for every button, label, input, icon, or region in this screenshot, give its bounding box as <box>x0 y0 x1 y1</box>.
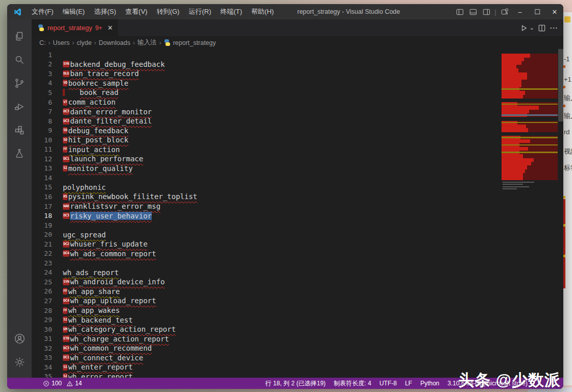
identifier[interactable]: launch_performace <box>70 155 143 163</box>
code-line[interactable]: 19 <box>32 220 497 230</box>
line-number[interactable]: 18 <box>32 212 52 219</box>
code-line[interactable]: 22DC4wh_ads_common_report <box>32 249 497 258</box>
line-number[interactable]: 21 <box>32 240 52 248</box>
account-icon[interactable] <box>7 327 32 350</box>
line-number[interactable]: 3 <box>32 70 52 78</box>
identifier[interactable]: wh_common_recommend <box>70 344 152 352</box>
run-and-debug-icon[interactable] <box>7 95 32 118</box>
identifier[interactable]: wh_backend_test <box>68 316 132 324</box>
code-line[interactable]: 25SYNwh_android_device_info <box>32 277 497 287</box>
identifier[interactable]: ugc_spread <box>63 231 106 239</box>
identifier[interactable]: debug_feedback <box>68 127 128 135</box>
code-line[interactable]: 8DC3dante_filter_detail <box>32 116 497 126</box>
code-line[interactable]: 35SIwh_error_report <box>32 372 497 378</box>
minimap[interactable] <box>502 50 558 190</box>
line-number[interactable]: 31 <box>32 335 52 342</box>
identifier[interactable]: pysink_newbook_filiter_toplist <box>68 192 197 201</box>
identifier[interactable]: dante_filter_detail <box>70 117 152 125</box>
scrollbar-thumb[interactable] <box>558 49 563 121</box>
code-line[interactable]: 3DLEban_trace_record <box>32 69 497 79</box>
code-line[interactable]: 29SIwh_backend_test <box>32 315 497 325</box>
menu-terminal[interactable]: 终端(T) <box>216 5 247 18</box>
menu-file[interactable]: 文件(F) <box>27 5 58 18</box>
identifier[interactable]: wh_android_device_info <box>70 278 164 286</box>
code-line[interactable]: 2SYNbackend_debug_feedback <box>32 60 497 69</box>
line-number[interactable]: 13 <box>32 164 52 172</box>
more-actions-icon[interactable]: ⋯ <box>550 23 558 33</box>
code-line[interactable]: 13SImonitor_quality <box>32 164 497 174</box>
identifier[interactable]: ranklistsvr_error_msg <box>70 202 160 210</box>
code-line[interactable]: 7DC3dante_error_monitor <box>32 107 497 116</box>
vertical-scrollbar[interactable] <box>558 49 563 378</box>
line-number[interactable]: 1 <box>32 51 52 59</box>
code-line[interactable]: 18DC3risky_user_behavior <box>32 211 497 220</box>
line-number[interactable]: 8 <box>32 117 52 125</box>
testing-icon[interactable] <box>7 142 32 165</box>
menu-edit[interactable]: 编辑(E) <box>58 5 89 18</box>
breadcrumb-item[interactable]: clyde <box>77 39 91 46</box>
identifier[interactable]: wh_enter_report <box>68 363 132 371</box>
code-line[interactable]: 34SIwh_enter_report <box>32 362 497 372</box>
identifier[interactable]: wh_charge_action_report <box>70 335 169 343</box>
identifier[interactable]: ban_trace_record <box>70 69 139 78</box>
line-number[interactable]: 5 <box>32 89 52 96</box>
code-line[interactable]: 30EMwh_category_action_report <box>32 325 497 334</box>
tab-report-strategy[interactable]: report_strategy 9+ ✕ <box>32 19 118 36</box>
code-line[interactable]: 23 <box>32 258 497 268</box>
code-line[interactable]: 6VTcomm_action <box>32 97 497 107</box>
line-number[interactable]: 20 <box>32 231 52 238</box>
identifier[interactable]: monitor_quality <box>68 164 132 173</box>
code-line[interactable]: 27DC4wh_app_upload_report <box>32 296 497 306</box>
line-number[interactable]: 28 <box>32 307 52 314</box>
identifier[interactable]: risky_user_behavior <box>70 212 152 220</box>
background-window-strip[interactable]: -1 +1 输入 输入 rd 视频 标签 <box>563 12 572 385</box>
code-line[interactable]: 16RSpysink_newbook_filiter_toplist <box>32 192 497 202</box>
line-number[interactable]: 9 <box>32 127 52 134</box>
code-line[interactable]: 17NAKranklistsvr_error_msg <box>32 202 497 211</box>
identifier[interactable]: wh_ads_common_report <box>70 250 156 258</box>
line-number[interactable]: 6 <box>32 99 52 106</box>
maximize-button[interactable]: ☐ <box>529 4 546 19</box>
breadcrumb-item[interactable]: Downloads <box>99 39 130 46</box>
run-python-file-icon[interactable] <box>520 24 528 32</box>
menu-help[interactable]: 帮助(H) <box>247 5 278 18</box>
code-line[interactable]: 31ETBwh_charge_action_report <box>32 334 497 344</box>
menu-run[interactable]: 运行(R) <box>184 5 216 18</box>
line-number[interactable]: 15 <box>32 183 52 191</box>
identifier[interactable]: whuser_fris_update <box>70 240 148 248</box>
identifier[interactable]: wh_app_wakes <box>68 306 120 314</box>
line-number[interactable]: 12 <box>32 155 52 163</box>
customize-layout-icon[interactable] <box>498 5 511 18</box>
code-line[interactable]: 33DC1wh_connect_device <box>32 353 497 363</box>
code-line[interactable]: 11FFinput_action <box>32 144 497 154</box>
menu-selection[interactable]: 选择(S) <box>89 5 121 18</box>
extensions-icon[interactable] <box>7 118 32 142</box>
code-line[interactable]: 5book_read <box>32 88 497 97</box>
line-number[interactable]: 14 <box>32 174 52 182</box>
code-line[interactable]: 4SObookrec_sample <box>32 79 497 88</box>
identifier[interactable]: wh_error_report <box>68 373 132 378</box>
identifier[interactable]: input_action <box>68 145 120 154</box>
minimize-button[interactable]: – <box>511 4 529 19</box>
code-line[interactable]: 9SOdebug_feedback <box>32 126 497 135</box>
identifier[interactable]: polyphonic <box>63 183 106 191</box>
line-number[interactable]: 27 <box>32 297 52 305</box>
identifier[interactable]: wh_app_share <box>68 287 120 296</box>
encoding-status[interactable]: UTF-8 <box>379 380 397 387</box>
tab-close-icon[interactable]: ✕ <box>107 24 113 32</box>
menu-go[interactable]: 转到(G) <box>152 5 184 18</box>
code-line[interactable]: 1 <box>32 50 497 60</box>
settings-gear-icon[interactable] <box>7 350 32 374</box>
code-line[interactable]: 26FFwh_app_share <box>32 287 497 297</box>
language-mode-status[interactable]: Python <box>420 380 439 387</box>
identifier[interactable]: hit_post_block <box>68 136 128 144</box>
eol-status[interactable]: LF <box>405 380 412 387</box>
search-icon[interactable] <box>7 48 32 71</box>
breadcrumb-item[interactable]: Users <box>53 39 70 46</box>
line-number[interactable]: 25 <box>32 278 52 286</box>
line-number[interactable]: 35 <box>32 373 52 378</box>
identifier[interactable]: book_read <box>80 88 118 96</box>
explorer-icon[interactable] <box>7 24 32 48</box>
cursor-position-status[interactable]: 行 18, 列 2 (已选择19) <box>266 379 326 388</box>
identifier[interactable]: wh_connect_device <box>70 354 143 362</box>
